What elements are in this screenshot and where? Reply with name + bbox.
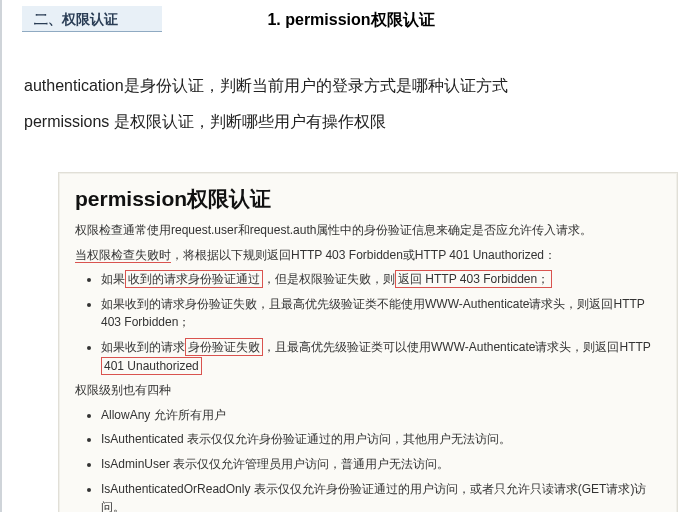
rule2-text: 如果收到的请求身份验证失败，且最高优先级验证类不能使用WWW-Authentic…: [101, 297, 645, 330]
rule-item-1: 如果收到的请求身份验证通过，但是权限验证失败，则返回 HTTP 403 Forb…: [101, 270, 661, 289]
rule-list: 如果收到的请求身份验证通过，但是权限验证失败，则返回 HTTP 403 Forb…: [75, 270, 661, 375]
rule1-highlight-pass: 收到的请求身份验证通过: [125, 270, 263, 288]
level-item-readonly: IsAuthenticatedOrReadOnly 表示仅仅允许身份验证通过的用…: [101, 480, 661, 512]
page-title: 1. permission权限认证: [267, 10, 434, 31]
intro-permissions: permissions 是权限认证，判断哪些用户有操作权限: [24, 111, 680, 133]
intro-authentication: authentication是身份认证，判断当前用户的登录方式是哪种认证方式: [24, 75, 680, 97]
rule3-highlight-401: 401 Unauthorized: [101, 357, 202, 375]
level-item-isauth: IsAuthenticated 表示仅仅允许身份验证通过的用户访问，其他用户无法…: [101, 430, 661, 449]
rule1-highlight-403: 返回 HTTP 403 Forbidden；: [395, 270, 552, 288]
permission-card: permission权限认证 权限检查通常使用request.user和requ…: [58, 172, 678, 512]
rule1-mid: ，但是权限验证失败，则: [263, 272, 395, 286]
breadcrumb: 二、权限认证: [22, 6, 162, 32]
fail-underline: 当权限检查失败时: [75, 248, 171, 263]
header: 二、权限认证 1. permission权限认证: [2, 0, 700, 36]
level-item-isadmin: IsAdminUser 表示仅仅允许管理员用户访问，普通用户无法访问。: [101, 455, 661, 474]
rule-item-3: 如果收到的请求身份验证失败，且最高优先级验证类可以使用WWW-Authentic…: [101, 338, 661, 375]
rule3-highlight-fail: 身份验证失败: [185, 338, 263, 356]
rule-item-2: 如果收到的请求身份验证失败，且最高优先级验证类不能使用WWW-Authentic…: [101, 295, 661, 332]
page-root: 二、权限认证 1. permission权限认证 authentication是…: [0, 0, 700, 512]
intro-block: authentication是身份认证，判断当前用户的登录方式是哪种认证方式 p…: [24, 75, 680, 148]
rule3-pre: 如果收到的请求: [101, 340, 185, 354]
card-paragraph-1: 权限检查通常使用request.user和request.auth属性中的身份验…: [75, 221, 661, 240]
level-list: AllowAny 允许所有用户 IsAuthenticated 表示仅仅允许身份…: [75, 406, 661, 512]
card-heading: permission权限认证: [75, 185, 661, 213]
card-paragraph-3: 权限级别也有四种: [75, 381, 661, 400]
rule1-pre: 如果: [101, 272, 125, 286]
rule3-mid: ，且最高优先级验证类可以使用WWW-Authenticate请求头，则返回HTT…: [263, 340, 651, 354]
level-item-allowany: AllowAny 允许所有用户: [101, 406, 661, 425]
fail-rest: ，将根据以下规则返回HTTP 403 Forbidden或HTTP 401 Un…: [171, 248, 556, 262]
card-paragraph-2: 当权限检查失败时，将根据以下规则返回HTTP 403 Forbidden或HTT…: [75, 246, 661, 265]
